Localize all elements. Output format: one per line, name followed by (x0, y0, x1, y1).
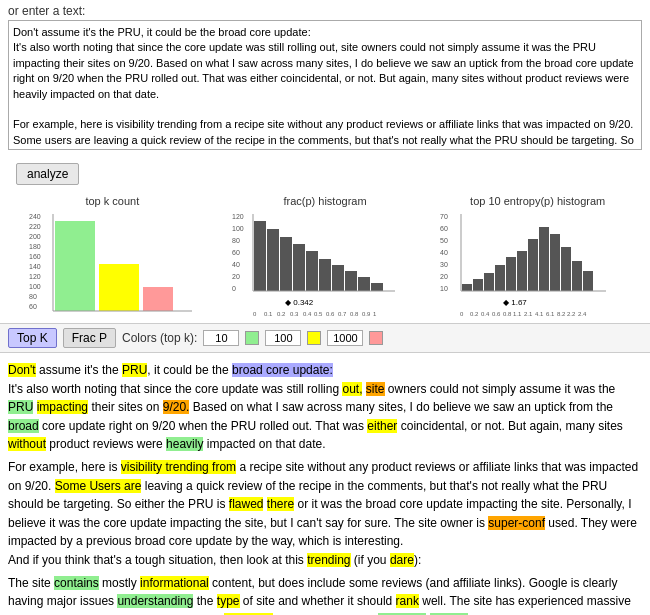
content-para-1: Don't assume it's the PRU, it could be t… (8, 361, 642, 454)
svg-rect-63 (572, 261, 582, 291)
svg-text:0.6: 0.6 (492, 311, 501, 317)
color-swatch-1[interactable] (245, 331, 259, 345)
entropy-svg: 70 60 50 40 30 20 10 (438, 209, 638, 319)
svg-text:20: 20 (440, 273, 448, 280)
svg-text:220: 220 (29, 223, 41, 230)
svg-text:0.5: 0.5 (314, 311, 323, 317)
svg-text:6.1: 6.1 (546, 311, 555, 317)
svg-text:2.2: 2.2 (567, 311, 576, 317)
svg-text:20: 20 (232, 273, 240, 280)
svg-rect-30 (358, 277, 370, 291)
svg-text:40: 40 (232, 261, 240, 268)
svg-rect-29 (345, 271, 357, 291)
color-swatch-2[interactable] (307, 331, 321, 345)
svg-rect-10 (55, 221, 95, 311)
hl-site: site (366, 382, 385, 396)
entropy-chart-area: 70 60 50 40 30 20 10 (433, 209, 642, 319)
svg-text:0.2: 0.2 (277, 311, 286, 317)
svg-text:0.1: 0.1 (264, 311, 273, 317)
hl-super-conf: super-conf (488, 516, 545, 530)
svg-text:0.2: 0.2 (470, 311, 479, 317)
svg-text:60: 60 (440, 225, 448, 232)
svg-text:50: 50 (440, 237, 448, 244)
hl-920: 9/20. (163, 400, 190, 414)
svg-rect-61 (550, 234, 560, 291)
hl-dare: dare (390, 553, 414, 567)
hl-broad-core: broad core update: (232, 363, 333, 377)
svg-text:2.4: 2.4 (578, 311, 587, 317)
analyze-button[interactable]: analyze (16, 163, 79, 185)
frac-p-chart-title: frac(p) histogram (283, 195, 366, 207)
entropy-chart-title: top 10 entropy(p) histogram (470, 195, 605, 207)
svg-text:80: 80 (29, 293, 37, 300)
hl-out: out, (342, 382, 362, 396)
text-input-container: Don't assume it's the PRU, it could be t… (0, 20, 650, 153)
color-val1[interactable]: 10 (203, 330, 239, 346)
top-label: or enter a text: (0, 0, 650, 20)
frac-p-chart-area: 120 100 80 60 40 20 0 (221, 209, 430, 319)
color-val3[interactable]: 1000 (327, 330, 363, 346)
hl-flawed: flawed (229, 497, 264, 511)
svg-rect-24 (280, 237, 292, 291)
controls-row: Top K Frac P Colors (top k): 10 100 1000 (0, 323, 650, 353)
svg-text:0.3: 0.3 (290, 311, 299, 317)
hl-some-users: Some Users are (55, 479, 142, 493)
svg-text:100: 100 (29, 283, 41, 290)
hl-informational: informational (140, 576, 209, 590)
svg-text:120: 120 (232, 213, 244, 220)
hl-visibility: visibility trending from (121, 460, 236, 474)
svg-rect-58 (517, 251, 527, 291)
svg-text:200: 200 (29, 233, 41, 240)
frac-p-svg: 120 100 80 60 40 20 0 (230, 209, 420, 319)
content-para-2: For example, here is visibility trending… (8, 458, 642, 570)
svg-text:0: 0 (232, 285, 236, 292)
svg-text:4.1: 4.1 (535, 311, 544, 317)
svg-rect-53 (462, 284, 472, 291)
svg-rect-56 (495, 265, 505, 291)
hl-understanding: understanding (117, 594, 193, 608)
top-k-chart: top k count 240 220 200 180 160 140 120 … (8, 195, 217, 319)
hl-contains: contains (54, 576, 99, 590)
svg-text:0.4: 0.4 (303, 311, 312, 317)
svg-text:180: 180 (29, 243, 41, 250)
svg-rect-54 (473, 279, 483, 291)
svg-text:0.9: 0.9 (362, 311, 371, 317)
hl-pru2: PRU (8, 400, 33, 414)
svg-text:160: 160 (29, 253, 41, 260)
color-val2[interactable]: 100 (265, 330, 301, 346)
svg-text:2.1: 2.1 (524, 311, 533, 317)
hl-either: either (367, 419, 397, 433)
hl-type: type (217, 594, 240, 608)
svg-text:0: 0 (460, 311, 464, 317)
top-k-tab[interactable]: Top K (8, 328, 57, 348)
svg-text:140: 140 (29, 263, 41, 270)
content-para-3: The site contains mostly informational c… (8, 574, 642, 615)
top-k-chart-area: 240 220 200 180 160 140 120 100 80 60 (8, 209, 217, 319)
hl-pru1: PRU (122, 363, 147, 377)
svg-text:0.8: 0.8 (350, 311, 359, 317)
svg-text:80: 80 (232, 237, 240, 244)
color-swatch-3[interactable] (369, 331, 383, 345)
svg-rect-25 (293, 244, 305, 291)
hl-impacting: impacting (37, 400, 88, 414)
hl-there: there (267, 497, 294, 511)
text-input[interactable]: Don't assume it's the PRU, it could be t… (8, 20, 642, 150)
svg-rect-55 (484, 273, 494, 291)
svg-text:0.8: 0.8 (503, 311, 512, 317)
svg-rect-64 (583, 271, 593, 291)
svg-text:0.7: 0.7 (338, 311, 347, 317)
svg-text:0: 0 (253, 311, 257, 317)
svg-rect-26 (306, 251, 318, 291)
svg-rect-27 (319, 259, 331, 291)
frac-p-tab[interactable]: Frac P (63, 328, 116, 348)
svg-rect-59 (528, 239, 538, 291)
svg-rect-22 (254, 221, 266, 291)
content-area: Don't assume it's the PRU, it could be t… (0, 359, 650, 615)
svg-rect-28 (332, 265, 344, 291)
colors-label: Colors (top k): (122, 331, 197, 345)
svg-text:10: 10 (440, 285, 448, 292)
svg-rect-23 (267, 229, 279, 291)
svg-text:60: 60 (29, 303, 37, 310)
svg-text:60: 60 (232, 249, 240, 256)
charts-row: top k count 240 220 200 180 160 140 120 … (0, 195, 650, 319)
